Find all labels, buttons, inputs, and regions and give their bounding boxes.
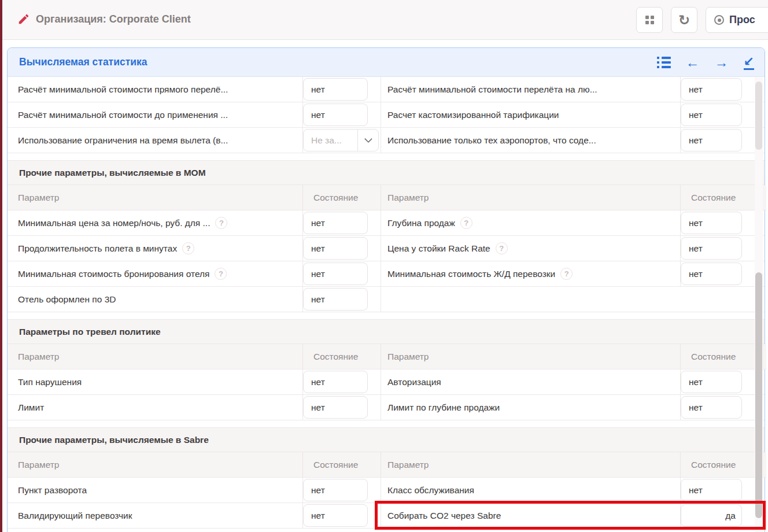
param-cell: Глубина продаж? <box>381 210 681 236</box>
eye-icon <box>714 15 724 25</box>
table-row: Расчёт минимальной стоимости прямого пер… <box>8 77 765 102</box>
state-field[interactable]: нет <box>303 396 368 419</box>
state-field[interactable]: нет <box>303 504 368 527</box>
grid-view-button[interactable] <box>636 7 663 33</box>
param-column-header: Параметр <box>8 344 303 370</box>
state-field[interactable]: нет <box>681 212 742 234</box>
scrollbar-thumb[interactable] <box>755 272 762 518</box>
state-cell: нет <box>681 261 756 287</box>
param-label: Расчёт минимальной стоимости до применен… <box>18 110 228 120</box>
collapse-arrow-icon[interactable]: ↙ <box>744 56 754 70</box>
param-label: Класс обслуживания <box>387 485 474 496</box>
state-field[interactable]: нет <box>303 371 368 393</box>
dropdown-placeholder: Не за... <box>304 130 357 151</box>
state-field[interactable]: да <box>681 504 742 527</box>
param-label: Расчёт минимальной стоимости прямого пер… <box>18 84 228 95</box>
section-title-travel-policy: Параметры по тревел политике <box>8 319 765 344</box>
param-label: Лимит по глубине продажи <box>387 402 500 413</box>
state-cell: нет <box>681 128 756 153</box>
state-field[interactable]: нет <box>681 129 742 152</box>
param-label: Минимальная цена за номер/ночь, руб. для… <box>18 218 210 228</box>
param-cell: Лимит <box>8 395 303 420</box>
state-column-header: Состояние <box>303 452 381 478</box>
state-field[interactable]: нет <box>681 78 742 101</box>
state-cell: нет <box>303 370 381 395</box>
param-label: Глубина продаж <box>387 218 455 228</box>
state-cell: нет <box>303 77 381 102</box>
section-title-sabre: Прочие параметры, вычисляемые в Sabre <box>8 427 765 452</box>
state-cell: нет <box>681 236 756 261</box>
state-cell: нет <box>681 210 756 236</box>
help-icon[interactable]: ? <box>182 242 194 254</box>
help-icon[interactable]: ? <box>215 268 227 280</box>
state-field[interactable]: нет <box>303 479 368 501</box>
state-cell: нет <box>303 261 381 287</box>
param-cell: Тип нарушения <box>8 370 303 395</box>
refresh-button[interactable]: ↻ <box>671 7 697 33</box>
table-row: Пункт разворота нет Класс обслуживания н… <box>8 478 765 503</box>
state-field[interactable]: нет <box>681 237 742 260</box>
dropdown-button[interactable] <box>357 130 378 151</box>
state-field[interactable]: нет <box>303 212 368 234</box>
table-row: Минимальная цена за номер/ночь, руб. для… <box>8 210 765 236</box>
param-label: Продолжительность полета в минутах <box>18 243 177 254</box>
param-label: Валидирующий перевозчик <box>18 511 132 521</box>
window-accent-bar <box>0 0 2 532</box>
state-field[interactable]: нет <box>681 263 742 285</box>
state-column-header: Состояние <box>681 185 756 210</box>
refresh-icon: ↻ <box>678 13 690 27</box>
state-dropdown[interactable]: Не за... <box>303 129 379 152</box>
state-cell: нет <box>681 102 756 128</box>
param-cell: Расчёт минимальной стоимости перелёта на… <box>381 77 681 102</box>
state-field[interactable]: нет <box>681 104 742 126</box>
computed-statistics-panel: Вычисляемая статистика ← → ↙ Расчёт мини… <box>7 47 765 532</box>
help-icon[interactable]: ? <box>496 242 508 254</box>
help-icon[interactable]: ? <box>460 217 472 229</box>
scrollbar-thumb-secondary[interactable] <box>755 82 762 150</box>
column-header-row: Параметр Состояние Параметр Состояние <box>8 452 765 478</box>
back-arrow-icon[interactable]: ← <box>686 56 700 69</box>
state-cell: нет <box>303 236 381 261</box>
top-parameters-table: Расчёт минимальной стоимости прямого пер… <box>8 77 765 153</box>
param-cell: Продолжительность полета в минутах? <box>8 236 303 261</box>
state-cell: нет <box>303 503 381 529</box>
param-cell: Лимит по глубине продажи <box>381 395 681 420</box>
list-icon[interactable] <box>657 57 671 68</box>
param-label: Тип нарушения <box>18 377 82 387</box>
state-field[interactable]: нет <box>303 263 368 285</box>
state-cell: нет <box>681 77 756 102</box>
table-row: Отель оформлен по 3D нет <box>8 287 765 312</box>
state-field[interactable]: нет <box>681 396 742 419</box>
panel-title: Вычисляемая статистика <box>8 56 147 68</box>
param-cell: Авторизация <box>381 370 681 395</box>
view-button[interactable]: Прос <box>706 7 768 33</box>
vertical-scrollbar[interactable] <box>755 77 763 532</box>
state-field[interactable]: нет <box>303 104 368 126</box>
state-column-header: Состояние <box>681 452 756 478</box>
table-row: Лимит нет Лимит по глубине продажи нет <box>8 395 765 420</box>
help-icon[interactable]: ? <box>215 217 227 229</box>
state-field[interactable]: нет <box>681 371 742 393</box>
table-row: Продолжительность полета в минутах? нет … <box>8 236 765 261</box>
param-cell: Расчёт минимальной стоимости прямого пер… <box>8 77 303 102</box>
state-field[interactable]: нет <box>681 479 742 501</box>
table-row: Тип нарушения нет Авторизация нет <box>8 370 765 395</box>
param-label: Расчет кастомизированной тарификации <box>387 110 559 120</box>
param-column-header: Параметр <box>8 185 303 210</box>
state-field[interactable]: нет <box>303 237 368 260</box>
window-header: Организация: Corporate Client ↻ Прос <box>0 0 768 40</box>
chevron-down-icon <box>364 135 372 143</box>
state-field[interactable]: нет <box>303 78 368 101</box>
state-field[interactable]: нет <box>303 288 368 311</box>
help-icon[interactable]: ? <box>560 268 573 280</box>
param-cell: Минимальная стоимость Ж/Д перевозки? <box>381 261 681 287</box>
param-cell: Цена у стойки Rack Rate? <box>381 236 681 261</box>
param-cell: Валидирующий перевозчик <box>8 503 303 529</box>
column-header-row: Параметр Состояние Параметр Состояние <box>8 344 765 370</box>
empty-cell <box>681 287 756 312</box>
state-column-header: Состояние <box>303 185 381 210</box>
forward-arrow-icon[interactable]: → <box>715 56 729 69</box>
edit-pencil-icon <box>17 13 30 25</box>
param-label: Расчёт минимальной стоимости перелёта на… <box>387 84 597 95</box>
state-cell: Не за... <box>303 128 381 153</box>
